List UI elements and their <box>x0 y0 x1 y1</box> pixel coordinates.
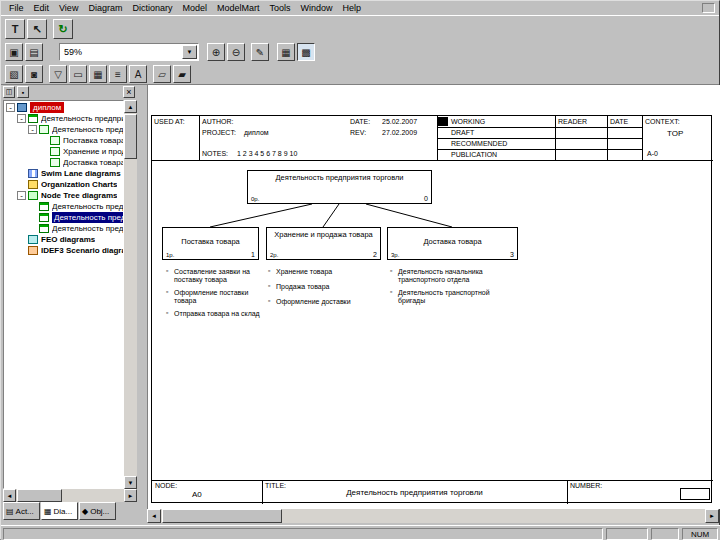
kit-status-line <box>437 149 642 150</box>
scroll-left-icon[interactable]: ◄ <box>3 489 16 502</box>
tree-item-orgchart-category[interactable]: Organization Charts <box>4 179 123 190</box>
canvas-horizontal-scrollbar[interactable]: ◄ ► <box>147 509 719 523</box>
menu-file[interactable]: File <box>4 3 29 13</box>
explorer-toolbar: ◫ ▪ × <box>1 85 139 100</box>
kit-rev-label: REV: <box>350 129 366 136</box>
scroll-thumb[interactable] <box>124 114 137 159</box>
tree-item-activity[interactable]: Поставка товара <box>4 135 123 146</box>
tree-item-feo-category[interactable]: FEO diagrams <box>4 234 123 245</box>
leaf-activity[interactable]: ▫ Деятельность начальника транспортного … <box>390 268 515 284</box>
expander-spacer <box>39 147 50 156</box>
menu-dictionary[interactable]: Dictionary <box>127 3 177 13</box>
tree-item-label: Деятельность предпри <box>41 113 123 124</box>
leaf-activity[interactable]: ▫ Продажа товара <box>268 283 373 291</box>
explorer-tabs: ▤ Act... ▦ Dia... ◆ Obj... <box>3 502 117 522</box>
save-button[interactable]: ▣ <box>5 43 23 61</box>
tree-item-idef3-category[interactable]: IDEF3 Scenario diagrams <box>4 245 123 256</box>
zoom-in-button[interactable]: ⊕ <box>207 43 225 61</box>
close-icon[interactable]: × <box>123 86 135 98</box>
report-button[interactable]: ▧ <box>5 65 23 83</box>
menu-tools[interactable]: Tools <box>264 3 295 13</box>
zoom-out-button[interactable]: ⊖ <box>227 43 245 61</box>
scroll-left-icon[interactable]: ◄ <box>147 509 161 523</box>
tab-diagrams[interactable]: ▦ Dia... <box>41 502 78 520</box>
expander-spacer <box>17 246 28 255</box>
box-tool-button[interactable]: ▭ <box>69 65 87 83</box>
tab-activities[interactable]: ▤ Act... <box>3 502 40 520</box>
expander-icon[interactable]: - <box>17 191 26 200</box>
tree-item-swimlane-category[interactable]: Swim Lane diagrams <box>4 168 123 179</box>
tree-item-nodetree-diagram[interactable]: Деятельность предпр <box>4 223 123 234</box>
expander-icon[interactable]: - <box>6 103 15 112</box>
leaf-activity-label: Отправка товара на склад <box>174 310 260 317</box>
kit-reader-label: READER <box>558 118 587 125</box>
tree-item-label: Деятельность предпр <box>52 124 123 135</box>
menu-edit[interactable]: Edit <box>29 3 55 13</box>
leaf-activity[interactable]: ▫ Составление заявки на поставку товара <box>166 268 261 284</box>
tree-item-nodetree-category[interactable]: - Node Tree diagrams <box>4 190 123 201</box>
activity-box-2[interactable]: Хранение и продажа товара 2р. 2 <box>266 227 381 260</box>
menu-model[interactable]: Model <box>177 3 212 13</box>
shape-button[interactable]: ▱ <box>153 65 171 83</box>
list-button[interactable]: ≡ <box>109 65 127 83</box>
leaf-activity[interactable]: ▫ Хранение товара <box>268 268 373 276</box>
pin-button[interactable]: ▪ <box>17 86 29 98</box>
leaf-activity[interactable]: ▫ Оформление поставки товара <box>166 289 261 305</box>
print-button[interactable]: ▤ <box>25 43 43 61</box>
leaf-activity-label: Составление заявки на поставку товара <box>174 268 250 283</box>
diagram-view-button[interactable]: ▦ <box>277 43 295 61</box>
tree-item-root-activity[interactable]: - Деятельность предпр <box>4 124 123 135</box>
footer-divider <box>262 480 263 504</box>
menu-help[interactable]: Help <box>337 3 366 13</box>
tree-item-nodetree-diagram-selected[interactable]: Деятельность предпри <box>4 212 123 223</box>
idef3-icon <box>28 246 38 255</box>
leaf-activity[interactable]: ▫ Деятельность транспортной бригады <box>390 289 515 305</box>
activity-box-1[interactable]: Поставка товара 1р. 1 <box>162 227 259 260</box>
menu-window[interactable]: Window <box>295 3 337 13</box>
grid-button[interactable]: ▦ <box>89 65 107 83</box>
activity-box-root[interactable]: Деятельность предприятия торговли 0р. 0 <box>247 170 432 204</box>
scroll-thumb[interactable] <box>162 509 282 523</box>
model-explorer-toggle-button[interactable]: ▩ <box>297 43 315 61</box>
menu-diagram[interactable]: Diagram <box>83 3 127 13</box>
status-panel <box>651 528 679 540</box>
pointer-tool-button[interactable]: ↖ <box>27 19 47 39</box>
tree-item-model[interactable]: - диплом <box>4 102 123 113</box>
tree-item-context-diagram[interactable]: - Деятельность предпри <box>4 113 123 124</box>
scroll-right-icon[interactable]: ► <box>705 509 719 523</box>
kit-draft-label: DRAFT <box>451 129 474 136</box>
pencil-tool-button[interactable]: ✎ <box>251 43 269 61</box>
menu-modelmart[interactable]: ModelMart <box>212 3 265 13</box>
refresh-button[interactable]: ↻ <box>53 19 73 39</box>
text-tool-button[interactable]: T <box>5 19 25 39</box>
dock-button[interactable]: ◫ <box>3 86 15 98</box>
fill-button[interactable]: ▰ <box>173 65 191 83</box>
scroll-down-icon[interactable]: ▼ <box>124 476 137 489</box>
window-menu-button[interactable] <box>702 3 715 13</box>
tab-objects[interactable]: ◆ Obj... <box>79 502 116 520</box>
tree-item-activity[interactable]: Доставка товара <box>4 157 123 168</box>
scroll-thumb[interactable] <box>17 489 62 502</box>
tree-item-nodetree-diagram[interactable]: Деятельность предпри- <box>4 201 123 212</box>
expander-icon[interactable]: - <box>28 125 37 134</box>
leaf-activity[interactable]: ▫ Отправка товара на склад <box>166 310 261 318</box>
font-button[interactable]: A <box>129 65 147 83</box>
kit-publication-label: PUBLICATION <box>451 151 497 158</box>
lock-button[interactable]: ◙ <box>25 65 43 83</box>
orgchart-icon <box>28 180 38 189</box>
menu-view[interactable]: View <box>54 3 83 13</box>
zoom-combobox[interactable]: 59% ▼ <box>59 43 199 61</box>
tree-vertical-scrollbar[interactable]: ▲ ▼ <box>124 100 137 489</box>
expander-icon[interactable]: - <box>17 114 26 123</box>
filter-button[interactable]: ▽ <box>49 65 67 83</box>
tree-horizontal-scrollbar[interactable]: ◄ ► <box>3 489 137 502</box>
leaf-activity[interactable]: ▫ Оформление доставки <box>268 298 373 306</box>
tree-item-activity[interactable]: Хранение и продаж <box>4 146 123 157</box>
activity-number: 2 <box>373 251 377 258</box>
activity-title: Деятельность предприятия торговли <box>248 174 431 182</box>
scroll-up-icon[interactable]: ▲ <box>124 100 137 113</box>
scroll-right-icon[interactable]: ► <box>124 489 137 502</box>
kit-project-label: PROJECT: <box>202 129 236 136</box>
chevron-down-icon[interactable]: ▼ <box>182 45 197 59</box>
activity-box-3[interactable]: Доставка товара 3р. 3 <box>387 227 518 260</box>
